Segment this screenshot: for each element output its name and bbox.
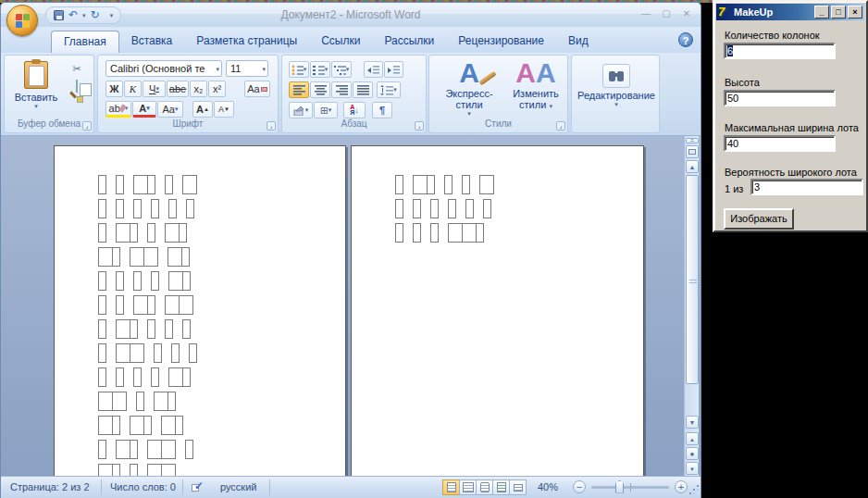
zoom-in-icon[interactable]: + bbox=[675, 480, 688, 493]
change-styles-icon: AA bbox=[507, 58, 564, 88]
vertical-scrollbar[interactable]: = ▲ ▼ ▲▲ ● ▼▼ bbox=[684, 136, 699, 477]
sort-button[interactable]: АЯ↓ bbox=[343, 102, 366, 118]
grow-font-button[interactable]: А▲ bbox=[192, 101, 213, 118]
zoom-slider[interactable] bbox=[591, 486, 669, 489]
office-button[interactable] bbox=[6, 5, 38, 36]
clear-formatting-button[interactable]: Aa bbox=[244, 81, 270, 97]
help-icon[interactable]: ? bbox=[678, 32, 693, 47]
tab-ssylki[interactable]: Ссылки bbox=[309, 31, 372, 53]
zoom-slider-thumb[interactable] bbox=[615, 480, 624, 493]
highlight-button[interactable]: ab▾ bbox=[105, 101, 131, 118]
subscript-button[interactable]: x₂ bbox=[190, 81, 207, 97]
minimize-icon[interactable]: — bbox=[638, 7, 654, 20]
print-layout-view-icon[interactable] bbox=[442, 479, 460, 495]
makeup-window: 7 MakeUp _ □ × Количество колонок 6 Высо… bbox=[713, 0, 868, 232]
clipboard-dialog-launcher-icon[interactable]: ⌟ bbox=[82, 121, 92, 131]
scroll-down-icon[interactable]: ▼ bbox=[686, 416, 699, 429]
numbering-dropdown-icon[interactable]: ▾ bbox=[325, 62, 329, 77]
strikethrough-button[interactable]: abe bbox=[167, 81, 189, 97]
line-spacing-dropdown-icon[interactable]: ▾ bbox=[393, 82, 397, 97]
tab-vid[interactable]: Вид bbox=[556, 31, 601, 53]
font-color-dropdown-icon[interactable]: ▾ bbox=[146, 101, 150, 116]
scroll-up-icon[interactable]: ▲ bbox=[686, 160, 699, 173]
previous-page-icon[interactable]: ▲▲ bbox=[686, 432, 699, 445]
font-name-combo[interactable]: Calibri (Основной те ▾ bbox=[105, 60, 222, 77]
makeup-minimize-icon[interactable]: _ bbox=[814, 6, 829, 19]
numbering-button[interactable]: ▾ bbox=[310, 61, 330, 78]
wide-lot-probability-input[interactable]: 3 bbox=[750, 179, 863, 195]
page-1[interactable] bbox=[54, 145, 346, 477]
draft-view-icon[interactable] bbox=[509, 479, 527, 495]
bold-button[interactable]: Ж bbox=[105, 81, 123, 97]
select-browse-object-icon[interactable]: ● bbox=[686, 447, 699, 460]
scrollbar-thumb[interactable] bbox=[686, 175, 699, 384]
word-count[interactable]: Число слов: 0 bbox=[110, 481, 176, 492]
align-left-button[interactable] bbox=[289, 81, 309, 98]
paragraph-dialog-launcher-icon[interactable]: ⌟ bbox=[415, 121, 424, 131]
editing-button[interactable]: Редактирование ▾ bbox=[572, 58, 661, 119]
makeup-titlebar[interactable]: 7 MakeUp _ □ × bbox=[716, 4, 864, 20]
change-styles-button[interactable]: AA Изменить стили ▾ bbox=[507, 58, 564, 119]
max-lot-width-input[interactable]: 40 bbox=[724, 135, 836, 152]
zoom-level[interactable]: 40% bbox=[538, 481, 558, 492]
align-right-button[interactable] bbox=[331, 81, 352, 98]
page-2[interactable] bbox=[351, 145, 644, 477]
tab-recenzirovanie[interactable]: Рецензирование bbox=[446, 31, 556, 53]
split-handle[interactable]: = bbox=[686, 138, 699, 143]
bullets-dropdown-icon[interactable]: ▾ bbox=[304, 62, 307, 77]
borders-button[interactable]: ⊞▾ bbox=[314, 102, 338, 118]
makeup-maximize-icon[interactable]: □ bbox=[831, 6, 846, 19]
change-case-dropdown-icon[interactable]: ▾ bbox=[175, 102, 179, 117]
italic-button[interactable]: К bbox=[124, 81, 142, 97]
shading-button[interactable]: ▾ bbox=[289, 102, 313, 118]
bullets-button[interactable]: ▾ bbox=[289, 61, 309, 78]
columns-count-input[interactable]: 6 bbox=[724, 43, 836, 59]
tab-glavnaya[interactable]: Главная bbox=[51, 31, 119, 53]
underline-dropdown-icon[interactable]: ▾ bbox=[155, 81, 159, 96]
decrease-indent-button[interactable] bbox=[364, 61, 383, 78]
font-name-dropdown-icon[interactable]: ▾ bbox=[216, 66, 219, 73]
outline-view-icon[interactable] bbox=[492, 479, 510, 495]
shrink-font-button[interactable]: А▼ bbox=[214, 101, 234, 118]
ruler-toggle-button[interactable] bbox=[686, 145, 699, 158]
close-icon[interactable]: ✕ bbox=[678, 7, 695, 20]
tab-razmetka-stranicy[interactable]: Разметка страницы bbox=[184, 31, 309, 53]
next-page-icon[interactable]: ▼▼ bbox=[686, 462, 699, 475]
makeup-close-icon[interactable]: × bbox=[848, 6, 862, 19]
resize-grip[interactable] bbox=[688, 485, 699, 496]
paste-button[interactable]: Вставить ▾ bbox=[9, 59, 63, 118]
page-indicator[interactable]: Страница: 2 из 2 bbox=[10, 481, 90, 492]
show-marks-button[interactable]: ¶ bbox=[372, 102, 392, 118]
quick-styles-button[interactable]: A Экспресс-стили ▾ bbox=[434, 58, 504, 119]
superscript-button[interactable]: x² bbox=[208, 81, 226, 97]
zoom-out-icon[interactable]: − bbox=[573, 480, 586, 493]
web-layout-view-icon[interactable] bbox=[476, 479, 493, 495]
align-center-button[interactable] bbox=[310, 81, 330, 98]
tab-rassylki[interactable]: Рассылки bbox=[372, 31, 446, 53]
font-size-combo[interactable]: 11 ▾ bbox=[226, 60, 268, 77]
cut-icon[interactable]: ✂ bbox=[68, 61, 86, 76]
word-titlebar[interactable]: ↶▾ ↻ ▾ Документ2 - Microsoft Word — ▢ ✕ bbox=[1, 3, 701, 27]
borders-dropdown-icon[interactable]: ▾ bbox=[329, 103, 332, 118]
lot-box bbox=[133, 271, 142, 291]
font-dialog-launcher-icon[interactable]: ⌟ bbox=[267, 121, 276, 131]
height-input[interactable]: 50 bbox=[724, 90, 836, 106]
font-color-button[interactable]: А▾ bbox=[132, 101, 156, 118]
language-indicator[interactable]: русский bbox=[220, 481, 256, 492]
multilevel-list-button[interactable]: ▾ bbox=[331, 61, 352, 78]
fullscreen-reading-view-icon[interactable] bbox=[459, 479, 477, 495]
format-painter-icon[interactable] bbox=[68, 96, 86, 111]
lot-box bbox=[98, 271, 106, 291]
tab-vstavka[interactable]: Вставка bbox=[119, 31, 185, 53]
line-spacing-button[interactable]: ▾ bbox=[377, 81, 401, 98]
render-button[interactable]: Изображать bbox=[724, 208, 794, 230]
underline-button[interactable]: Ч▾ bbox=[143, 81, 166, 97]
styles-dialog-launcher-icon[interactable]: ⌟ bbox=[556, 121, 565, 131]
increase-indent-button[interactable] bbox=[384, 61, 403, 78]
font-size-dropdown-icon[interactable]: ▾ bbox=[262, 66, 266, 73]
multilevel-dropdown-icon[interactable]: ▾ bbox=[346, 62, 350, 77]
shading-dropdown-icon[interactable]: ▾ bbox=[305, 103, 309, 118]
change-case-button[interactable]: Aa▾ bbox=[157, 101, 183, 118]
maximize-icon[interactable]: ▢ bbox=[658, 7, 675, 20]
justify-button[interactable] bbox=[353, 81, 373, 98]
